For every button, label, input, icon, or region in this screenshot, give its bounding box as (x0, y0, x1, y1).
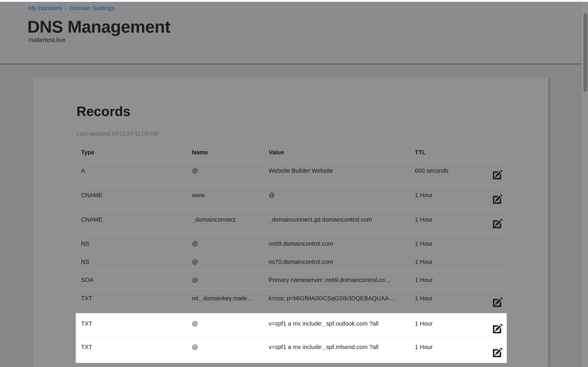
domain-name: mailertest.live (28, 36, 66, 44)
dns-record-row: SOA @ Primary nameserver: ns69.domaincon… (81, 270, 505, 289)
edit-record-button[interactable] (492, 296, 503, 308)
record-value: @ (269, 192, 414, 198)
record-name: @ (192, 259, 268, 265)
record-value: _domainconnect.gd.domaincontrol.com (269, 217, 414, 223)
record-ttl: 1 Hour (415, 217, 482, 223)
header-divider (0, 63, 582, 65)
scrollbar-track[interactable] (582, 0, 588, 367)
page-title: DNS Management (27, 18, 170, 36)
edit-pencil-square-icon (492, 217, 503, 229)
record-value: v=spf1 a mx include:_spf.outlook.com ?al… (269, 320, 414, 327)
edit-pencil-square-icon (492, 346, 503, 358)
record-ttl: 1 Hour (415, 192, 482, 198)
record-name: @ (192, 277, 268, 283)
record-name: @ (192, 167, 268, 174)
record-type: CNAME (81, 217, 187, 223)
breadcrumb-separator: / (65, 5, 67, 12)
record-value: Primary nameserver: ns69.domaincontrol.c… (269, 277, 414, 283)
record-type: NS (81, 241, 187, 247)
page-header: My Domains / Domain Settings DNS Managem… (0, 2, 588, 63)
edit-pencil-square-icon (492, 323, 503, 334)
scrollbar-thumb[interactable] (584, 13, 587, 92)
record-ttl: 1 Hour (415, 344, 482, 350)
record-name: @ (192, 344, 268, 350)
edit-record-button[interactable] (492, 169, 503, 180)
dns-record-row: CNAME _domainconnect _domainconnect.gd.d… (81, 210, 505, 234)
dns-record-row: CNAME www @ 1 Hour (81, 185, 505, 210)
edit-pencil-square-icon (492, 193, 503, 205)
record-ttl: 1 Hour (415, 259, 482, 265)
record-type: TXT (81, 295, 187, 301)
dns-record-row: TXT @ v=spf1 a mx include:_spf.mlsend.co… (81, 338, 505, 363)
record-type: TXT (81, 344, 187, 350)
record-value: k=rsa; p=MIGfMA0GCSqGSIb3DQEBAQUAA… (269, 295, 414, 301)
edit-pencil-square-icon (492, 169, 503, 180)
record-type: TXT (81, 320, 187, 327)
edit-record-button[interactable] (492, 346, 503, 358)
column-header-name: Name (192, 149, 268, 155)
record-value: v=spf1 a mx include:_spf.mlsend.com ?all (269, 344, 414, 350)
edit-record-button[interactable] (492, 323, 503, 334)
spotlight-rows: TXT @ v=spf1 a mx include:_spf.outlook.c… (81, 313, 505, 363)
breadcrumb-link-domain-settings[interactable]: Domain Settings (70, 5, 114, 12)
record-name: _domainconnect (192, 217, 268, 223)
column-header-value: Value (269, 149, 414, 155)
record-ttl: 1 Hour (415, 320, 482, 327)
record-type: NS (81, 259, 187, 265)
column-header-type: Type (81, 149, 187, 155)
records-heading: Records (77, 104, 130, 118)
records-table-body: A @ Website Builder Website 600 seconds … (81, 161, 505, 313)
record-value: ns70.domaincontrol.com (269, 259, 414, 265)
edit-record-button[interactable] (492, 217, 503, 229)
last-updated-text: Last updated 16/11/20 11:03 AM (77, 131, 158, 137)
edit-pencil-square-icon (492, 296, 503, 308)
record-ttl: 1 Hour (415, 277, 482, 283)
top-strip (0, 0, 588, 2)
dns-record-row: NS @ ns70.domaincontrol.com 1 Hour (81, 252, 505, 270)
breadcrumb: My Domains / Domain Settings (28, 5, 114, 12)
table-header-row: Type Name Value TTL (81, 147, 505, 161)
record-ttl: 1 Hour (415, 241, 482, 247)
edit-record-button[interactable] (492, 193, 503, 205)
record-type: CNAME (81, 192, 187, 198)
record-ttl: 600 seconds (415, 167, 482, 174)
record-type: A (81, 167, 187, 174)
dns-record-row: A @ Website Builder Website 600 seconds (81, 161, 505, 185)
record-name: www (192, 192, 268, 198)
record-value: Website Builder Website (269, 167, 414, 174)
dns-record-row: TXT @ v=spf1 a mx include:_spf.outlook.c… (81, 313, 505, 338)
records-table: Type Name Value TTL A @ Website Builder … (81, 147, 505, 313)
record-name: @ (192, 320, 268, 327)
spotlight-highlight: TXT @ v=spf1 a mx include:_spf.outlook.c… (76, 313, 507, 363)
record-name: @ (192, 241, 268, 247)
record-value: ns69.domaincontrol.com (269, 241, 414, 247)
dns-record-row: TXT ml._domainkey.maile… k=rsa; p=MIGfMA… (81, 289, 505, 313)
record-ttl: 1 Hour (415, 295, 482, 301)
record-type: SOA (81, 277, 187, 283)
column-header-ttl: TTL (415, 149, 482, 155)
record-name: ml._domainkey.maile… (192, 295, 268, 301)
breadcrumb-link-my-domains[interactable]: My Domains (28, 5, 62, 12)
dns-record-row: NS @ ns69.domaincontrol.com 1 Hour (81, 234, 505, 252)
